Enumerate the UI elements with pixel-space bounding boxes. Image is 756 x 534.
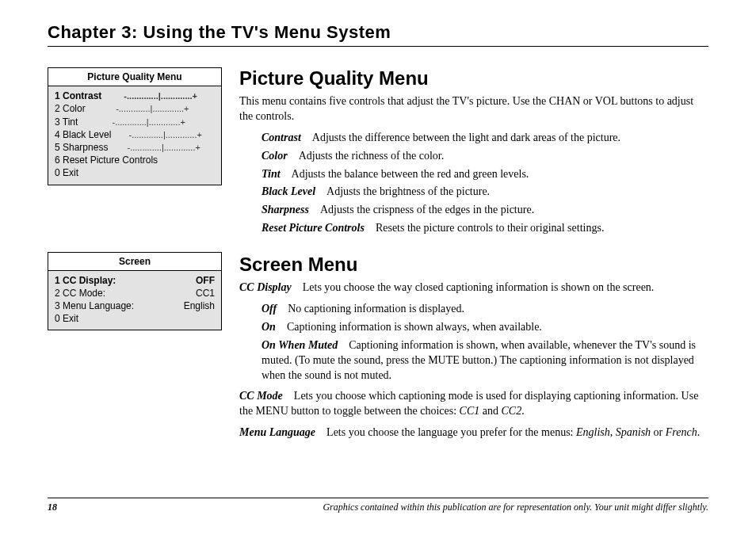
term: On [262,321,276,333]
osd-row: 1 CC Display: OFF [55,274,215,287]
osd-screen-body: 1 CC Display: OFF 2 CC Mode: CC1 3 Menu … [48,271,221,330]
term: Menu Language [239,426,315,438]
definition: OnCaptioning information is shown always… [262,320,708,335]
osd-screen: Screen 1 CC Display: OFF 2 CC Mode: CC1 … [48,252,222,331]
content-columns: Picture Quality Menu 1 Contrast 2 Color … [48,67,708,447]
def-text: . [521,405,525,417]
osd-row: 1 Contrast [55,90,215,102]
italic: CC2 [502,405,522,417]
osd-row: 3 Menu Language: English [55,299,215,312]
right-column: Picture Quality Menu This menu contains … [239,67,708,447]
section-heading-screen: Screen Menu [239,254,708,276]
slider-icon [84,116,213,128]
osd-label: 2 CC Mode: [55,287,105,299]
osd-label: 6 Reset Picture Controls [55,154,158,166]
osd-label: 5 Sharpness [55,141,108,154]
def-text: Adjusts the brightness of the picture. [326,185,490,197]
def-text: or [651,426,666,438]
osd-label: 2 Color [55,102,86,115]
osd-row: 2 Color [55,102,215,115]
osd-picture-quality: Picture Quality Menu 1 Contrast 2 Color … [48,67,222,185]
osd-value: OFF [193,274,215,287]
osd-row: 4 Black Level [55,128,215,141]
slider-icon [92,103,213,115]
definition: ColorAdjusts the richness of the color. [262,149,708,164]
def-text: Lets you choose the language you prefer … [326,426,576,438]
def-text: , [610,426,616,438]
osd-picture-body: 1 Contrast 2 Color 3 Tint 4 Black Level … [48,86,221,184]
cc-display-paragraph: CC DisplayLets you choose the way closed… [239,280,708,296]
def-text: Captioning information is shown always, … [287,321,542,333]
osd-row: 3 Tint [55,116,215,128]
osd-label: 1 Contrast [55,90,101,102]
osd-row: 6 Reset Picture Controls [55,154,215,166]
footnote: Graphics contained within this publicati… [323,502,708,513]
def-text: and [479,405,501,417]
definition: Black LevelAdjusts the brightness of the… [262,185,708,200]
definition: On When MutedCaptioning information is s… [262,338,708,383]
term: CC Display [239,281,292,293]
term: Contrast [262,132,301,143]
italic: Spanish [616,426,651,438]
osd-row: 0 Exit [55,166,215,179]
term: Black Level [262,185,315,197]
definition: OffNo captioning information is displaye… [262,302,708,317]
definition: ContrastAdjusts the difference between t… [262,131,708,146]
term: On When Muted [262,339,338,351]
slider-icon [114,142,213,154]
osd-picture-title: Picture Quality Menu [48,68,221,86]
italic: CC1 [460,405,480,417]
osd-label: 1 CC Display: [55,274,116,287]
osd-value: CC1 [193,287,215,299]
cc-mode-paragraph: CC ModeLets you choose which captioning … [239,389,708,419]
chapter-title: Chapter 3: Using the TV's Menu System [48,22,708,47]
def-text: Adjusts the richness of the color. [299,150,445,162]
italic: French [666,426,697,438]
osd-screen-title: Screen [48,253,221,271]
osd-label: 3 Tint [55,116,78,128]
osd-label: 4 Black Level [55,128,111,141]
osd-label: 3 Menu Language: [55,299,134,312]
slider-icon [108,90,213,102]
osd-label: 0 Exit [55,312,78,325]
def-text: Adjusts the difference between the light… [312,132,620,143]
term: Color [262,150,288,162]
page-footer: 18 Graphics contained within this public… [48,498,708,513]
def-text: Adjusts the balance between the red and … [292,168,529,180]
term: Reset Picture Controls [262,222,365,234]
term: Sharpness [262,204,309,216]
osd-label: 0 Exit [55,166,78,179]
page-number: 18 [48,502,57,513]
menu-language-paragraph: Menu LanguageLets you choose the languag… [239,425,708,441]
term: Tint [262,168,281,180]
definition: SharpnessAdjusts the crispness of the ed… [262,203,708,218]
term: CC Mode [239,390,283,402]
osd-row: 2 CC Mode: CC1 [55,287,215,299]
left-column: Picture Quality Menu 1 Contrast 2 Color … [48,67,222,447]
italic: English [576,426,610,438]
def-text: No captioning information is displayed. [288,303,464,315]
intro-paragraph: This menu contains five controls that ad… [239,94,708,124]
slider-icon [117,129,213,141]
section-heading-picture: Picture Quality Menu [239,67,708,90]
osd-row: 5 Sharpness [55,141,215,154]
term: Off [262,303,277,315]
definition: Reset Picture ControlsResets the picture… [262,221,708,236]
definition: TintAdjusts the balance between the red … [262,167,708,182]
osd-row: 0 Exit [55,312,215,325]
def-text: Lets you choose the way closed captionin… [303,281,655,293]
def-text: Adjusts the crispness of the edges in th… [320,204,534,216]
def-text: . [697,426,701,438]
def-text: Resets the picture controls to their ori… [376,222,605,234]
osd-value: English [181,299,215,312]
